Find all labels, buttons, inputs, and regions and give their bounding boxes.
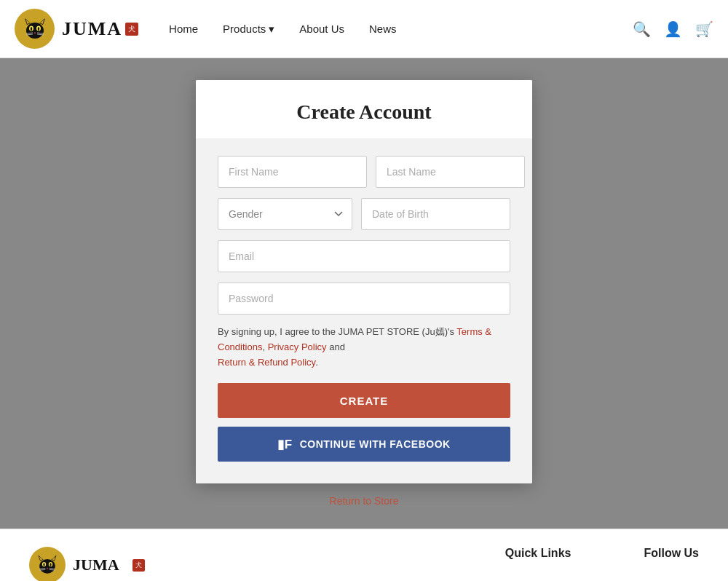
footer-brand-seal: 犬 [132,559,145,572]
cart-icon[interactable]: 🛒 [695,20,713,38]
footer-brand-name: JUMA [73,556,119,574]
svg-point-16 [39,559,55,574]
nav-aboutus[interactable]: About Us [290,17,353,41]
svg-point-1 [26,23,44,39]
password-row [218,282,510,315]
facebook-button[interactable]: ▮f CONTINUE WITH FACEBOOK [218,427,510,462]
logo-circle [15,9,55,49]
footer-quick-links-title: Quick Links [505,547,571,560]
nav-news[interactable]: News [360,17,405,41]
footer-quick-links: Quick Links [505,547,571,566]
svg-point-8 [30,27,31,31]
svg-point-24 [50,564,51,567]
footer-logo-area: JUMA 犬 [29,547,145,581]
return-refund-link[interactable]: Return & Refund Policy [218,357,315,368]
footer-follow-us-title: Follow Us [644,547,699,560]
page-background: Create Account Gender Male Female Other … [0,58,728,581]
modal-body: Gender Male Female Other Prefer not to s… [196,138,532,483]
navbar: JUMA 犬 Home Products ▾ About Us News 🔍 👤… [0,0,728,58]
nav-icons: 🔍 👤 🛒 [633,20,713,38]
brand-seal: 犬 [125,23,138,36]
brand-name: JUMA [62,18,122,40]
dob-input[interactable] [361,198,510,230]
footer: JUMA 犬 Quick Links Follow Us [0,529,728,581]
gender-dob-row: Gender Male Female Other Prefer not to s… [218,198,510,230]
first-name-input[interactable] [218,156,367,188]
footer-logo-circle [29,547,66,581]
modal-title: Create Account [210,100,518,124]
email-row [218,240,510,272]
logo-cat-icon [20,15,50,44]
password-input[interactable] [218,282,510,315]
terms-text: By signing up, I agree to the JUMA PET S… [218,325,510,370]
modal-title-bar: Create Account [196,80,532,138]
svg-point-9 [37,27,39,31]
email-input[interactable] [218,240,510,272]
footer-cat-icon [34,552,60,578]
chevron-down-icon: ▾ [269,23,274,36]
name-row [218,156,510,188]
nav-links: Home Products ▾ About Us News [160,17,405,42]
nav-products[interactable]: Products ▾ [214,17,283,42]
user-icon[interactable]: 👤 [664,20,682,38]
return-to-store-link[interactable]: Return to Store [330,495,399,507]
svg-point-23 [43,564,44,567]
nav-home[interactable]: Home [160,17,207,41]
footer-follow-us: Follow Us [644,547,699,566]
create-button[interactable]: CREATE [218,383,510,418]
facebook-icon: ▮f [277,437,292,452]
gender-select[interactable]: Gender Male Female Other Prefer not to s… [218,198,352,230]
create-account-modal: Create Account Gender Male Female Other … [196,80,532,483]
last-name-input[interactable] [376,156,525,188]
search-icon[interactable]: 🔍 [633,20,651,38]
privacy-policy-link[interactable]: Privacy Policy [268,341,327,352]
